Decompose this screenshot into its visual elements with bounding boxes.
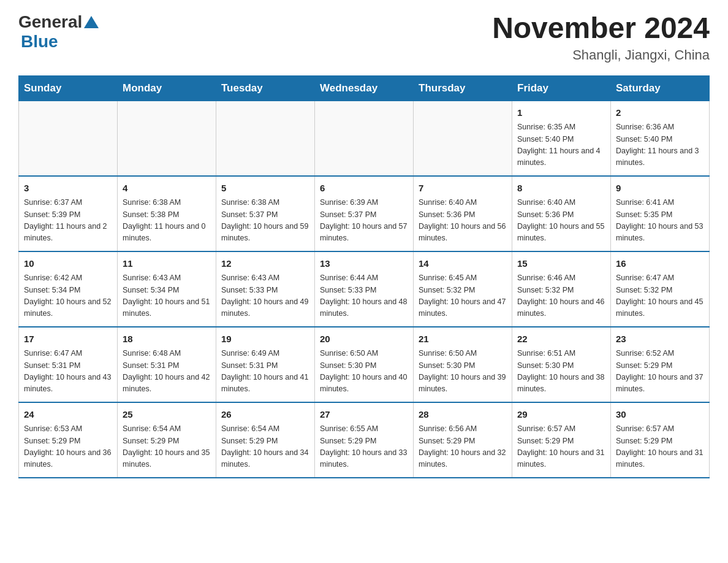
calendar-cell: 27Sunrise: 6:55 AMSunset: 5:29 PMDayligh… <box>315 402 414 478</box>
logo-blue-text: Blue <box>21 32 58 51</box>
day-info: Sunrise: 6:54 AMSunset: 5:29 PMDaylight:… <box>123 423 211 471</box>
day-info: Sunrise: 6:46 AMSunset: 5:32 PMDaylight:… <box>517 272 605 320</box>
day-info: Sunrise: 6:41 AMSunset: 5:35 PMDaylight:… <box>616 197 704 245</box>
calendar-cell: 21Sunrise: 6:50 AMSunset: 5:30 PMDayligh… <box>414 327 512 402</box>
day-info: Sunrise: 6:57 AMSunset: 5:29 PMDaylight:… <box>517 423 605 471</box>
day-info: Sunrise: 6:40 AMSunset: 5:36 PMDaylight:… <box>517 197 605 245</box>
day-number: 5 <box>221 182 309 196</box>
day-number: 1 <box>517 106 605 120</box>
day-info: Sunrise: 6:47 AMSunset: 5:31 PMDaylight:… <box>24 348 112 396</box>
day-number: 2 <box>616 106 704 120</box>
day-info: Sunrise: 6:52 AMSunset: 5:29 PMDaylight:… <box>616 348 704 396</box>
day-info: Sunrise: 6:45 AMSunset: 5:32 PMDaylight:… <box>419 272 507 320</box>
weekday-header-monday: Monday <box>118 75 216 101</box>
day-number: 14 <box>419 257 507 271</box>
weekday-header-tuesday: Tuesday <box>216 75 315 101</box>
day-number: 16 <box>616 257 704 271</box>
day-info: Sunrise: 6:51 AMSunset: 5:30 PMDaylight:… <box>517 348 605 396</box>
weekday-header-saturday: Saturday <box>611 75 710 101</box>
calendar-cell: 5Sunrise: 6:38 AMSunset: 5:37 PMDaylight… <box>216 176 315 251</box>
calendar-cell: 20Sunrise: 6:50 AMSunset: 5:30 PMDayligh… <box>315 327 414 402</box>
calendar-cell: 7Sunrise: 6:40 AMSunset: 5:36 PMDaylight… <box>414 176 512 251</box>
day-number: 20 <box>320 332 408 347</box>
weekday-header-wednesday: Wednesday <box>315 75 414 101</box>
calendar-cell: 24Sunrise: 6:53 AMSunset: 5:29 PMDayligh… <box>19 402 118 478</box>
weekday-header-row: SundayMondayTuesdayWednesdayThursdayFrid… <box>19 75 710 101</box>
month-year-title: November 2024 <box>492 12 710 45</box>
day-number: 7 <box>419 182 507 196</box>
calendar-cell: 9Sunrise: 6:41 AMSunset: 5:35 PMDaylight… <box>611 176 710 251</box>
calendar-cell: 28Sunrise: 6:56 AMSunset: 5:29 PMDayligh… <box>414 402 512 478</box>
calendar-cell: 29Sunrise: 6:57 AMSunset: 5:29 PMDayligh… <box>512 402 611 478</box>
day-info: Sunrise: 6:47 AMSunset: 5:32 PMDaylight:… <box>616 272 704 320</box>
calendar-cell <box>19 101 118 176</box>
day-info: Sunrise: 6:53 AMSunset: 5:29 PMDaylight:… <box>24 423 112 471</box>
day-info: Sunrise: 6:36 AMSunset: 5:40 PMDaylight:… <box>616 121 704 169</box>
day-number: 30 <box>616 408 704 422</box>
day-info: Sunrise: 6:48 AMSunset: 5:31 PMDaylight:… <box>123 348 211 396</box>
day-info: Sunrise: 6:37 AMSunset: 5:39 PMDaylight:… <box>24 197 112 245</box>
calendar-cell: 17Sunrise: 6:47 AMSunset: 5:31 PMDayligh… <box>19 327 118 402</box>
calendar-cell: 16Sunrise: 6:47 AMSunset: 5:32 PMDayligh… <box>611 251 710 327</box>
calendar-cell: 1Sunrise: 6:35 AMSunset: 5:40 PMDaylight… <box>512 101 611 176</box>
day-info: Sunrise: 6:38 AMSunset: 5:38 PMDaylight:… <box>123 197 211 245</box>
day-number: 21 <box>419 332 507 347</box>
calendar-cell <box>315 101 414 176</box>
day-info: Sunrise: 6:50 AMSunset: 5:30 PMDaylight:… <box>419 348 507 396</box>
day-number: 24 <box>24 408 112 422</box>
day-number: 12 <box>221 257 309 271</box>
weekday-header-friday: Friday <box>512 75 611 101</box>
day-number: 4 <box>123 182 211 196</box>
day-number: 13 <box>320 257 408 271</box>
calendar-cell: 11Sunrise: 6:43 AMSunset: 5:34 PMDayligh… <box>118 251 216 327</box>
day-info: Sunrise: 6:55 AMSunset: 5:29 PMDaylight:… <box>320 423 408 471</box>
calendar-cell: 8Sunrise: 6:40 AMSunset: 5:36 PMDaylight… <box>512 176 611 251</box>
day-number: 19 <box>221 332 309 347</box>
day-info: Sunrise: 6:39 AMSunset: 5:37 PMDaylight:… <box>320 197 408 245</box>
calendar-cell <box>414 101 512 176</box>
calendar-cell: 14Sunrise: 6:45 AMSunset: 5:32 PMDayligh… <box>414 251 512 327</box>
day-number: 15 <box>517 257 605 271</box>
calendar-cell: 12Sunrise: 6:43 AMSunset: 5:33 PMDayligh… <box>216 251 315 327</box>
day-info: Sunrise: 6:57 AMSunset: 5:29 PMDaylight:… <box>616 423 704 471</box>
day-number: 18 <box>123 332 211 347</box>
day-info: Sunrise: 6:43 AMSunset: 5:33 PMDaylight:… <box>221 272 309 320</box>
day-info: Sunrise: 6:40 AMSunset: 5:36 PMDaylight:… <box>419 197 507 245</box>
day-number: 8 <box>517 182 605 196</box>
calendar-cell: 10Sunrise: 6:42 AMSunset: 5:34 PMDayligh… <box>19 251 118 327</box>
title-section: November 2024 Shangli, Jiangxi, China <box>492 12 710 63</box>
day-number: 10 <box>24 257 112 271</box>
weekday-header-sunday: Sunday <box>19 75 118 101</box>
calendar-cell: 30Sunrise: 6:57 AMSunset: 5:29 PMDayligh… <box>611 402 710 478</box>
day-info: Sunrise: 6:56 AMSunset: 5:29 PMDaylight:… <box>419 423 507 471</box>
day-number: 9 <box>616 182 704 196</box>
calendar-cell: 6Sunrise: 6:39 AMSunset: 5:37 PMDaylight… <box>315 176 414 251</box>
calendar-cell: 15Sunrise: 6:46 AMSunset: 5:32 PMDayligh… <box>512 251 611 327</box>
day-info: Sunrise: 6:50 AMSunset: 5:30 PMDaylight:… <box>320 348 408 396</box>
calendar-cell <box>118 101 216 176</box>
day-number: 3 <box>24 182 112 196</box>
calendar-cell: 19Sunrise: 6:49 AMSunset: 5:31 PMDayligh… <box>216 327 315 402</box>
day-number: 29 <box>517 408 605 422</box>
calendar-cell: 18Sunrise: 6:48 AMSunset: 5:31 PMDayligh… <box>118 327 216 402</box>
calendar-cell: 25Sunrise: 6:54 AMSunset: 5:29 PMDayligh… <box>118 402 216 478</box>
day-number: 6 <box>320 182 408 196</box>
calendar-cell: 4Sunrise: 6:38 AMSunset: 5:38 PMDaylight… <box>118 176 216 251</box>
calendar-table: SundayMondayTuesdayWednesdayThursdayFrid… <box>18 75 710 478</box>
calendar-cell: 2Sunrise: 6:36 AMSunset: 5:40 PMDaylight… <box>611 101 710 176</box>
logo-triangle-icon <box>84 16 99 28</box>
location-subtitle: Shangli, Jiangxi, China <box>492 47 710 63</box>
calendar-week-row: 24Sunrise: 6:53 AMSunset: 5:29 PMDayligh… <box>19 402 710 478</box>
day-info: Sunrise: 6:44 AMSunset: 5:33 PMDaylight:… <box>320 272 408 320</box>
logo: General Blue <box>18 12 100 52</box>
day-info: Sunrise: 6:54 AMSunset: 5:29 PMDaylight:… <box>221 423 309 471</box>
day-number: 25 <box>123 408 211 422</box>
calendar-week-row: 1Sunrise: 6:35 AMSunset: 5:40 PMDaylight… <box>19 101 710 176</box>
day-info: Sunrise: 6:42 AMSunset: 5:34 PMDaylight:… <box>24 272 112 320</box>
day-number: 17 <box>24 332 112 347</box>
calendar-week-row: 17Sunrise: 6:47 AMSunset: 5:31 PMDayligh… <box>19 327 710 402</box>
calendar-week-row: 10Sunrise: 6:42 AMSunset: 5:34 PMDayligh… <box>19 251 710 327</box>
calendar-cell: 23Sunrise: 6:52 AMSunset: 5:29 PMDayligh… <box>611 327 710 402</box>
day-info: Sunrise: 6:38 AMSunset: 5:37 PMDaylight:… <box>221 197 309 245</box>
day-number: 28 <box>419 408 507 422</box>
